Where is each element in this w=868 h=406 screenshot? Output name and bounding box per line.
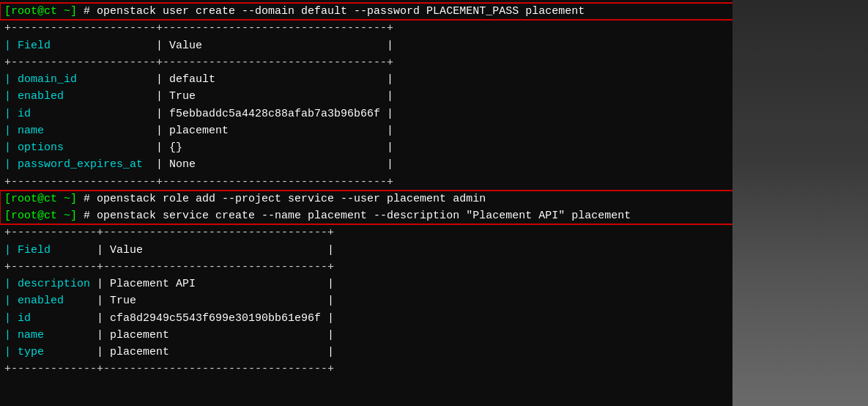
terminal-window: [root@ct ~] # openstack user create --do… bbox=[0, 0, 868, 406]
cmd-text-1: openstack user create --domain default -… bbox=[90, 5, 585, 18]
prompt-1: [root@ct ~] bbox=[4, 5, 77, 18]
sidebar-panel bbox=[732, 0, 868, 406]
hash-1: # bbox=[77, 5, 90, 18]
